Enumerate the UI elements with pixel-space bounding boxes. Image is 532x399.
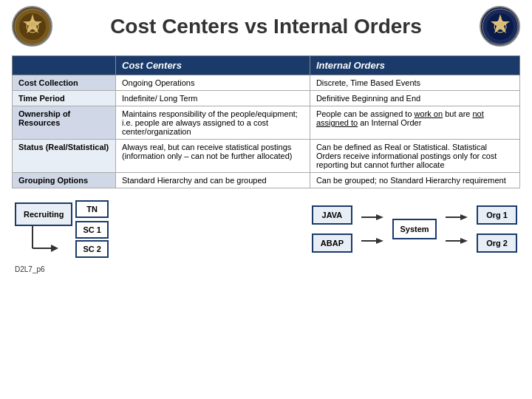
col1-header: Cost Centers	[116, 56, 310, 75]
row-col1-ownership: Maintains responsibility of the people/e…	[116, 106, 310, 140]
table-row: Cost Collection Ongoing Operations Discr…	[13, 75, 520, 91]
row-col2-status: Can be defined as Real or Statistical. S…	[310, 140, 519, 173]
svg-marker-12	[51, 245, 58, 252]
table-row: Status (Real/Statistical) Always real, b…	[13, 140, 520, 173]
arrow-system-org1	[446, 211, 468, 223]
table-row: Grouping Options Standard Hierarchy and …	[13, 173, 520, 188]
logo-right: USA	[480, 6, 520, 47]
svg-text:USA: USA	[496, 26, 504, 30]
diagram-section: Recruiting TN SC 1 SC 2 JAVA ABAP	[0, 194, 532, 264]
tn-box: TN	[75, 200, 108, 218]
comparison-table-container: Cost Centers Internal Orders Cost Collec…	[12, 55, 520, 188]
svg-marker-14	[376, 214, 383, 220]
svg-marker-16	[376, 238, 383, 244]
row-label-cost-collection: Cost Collection	[13, 75, 116, 91]
row-label-status: Status (Real/Statistical)	[13, 140, 116, 173]
page-header: SEAL Cost Centers vs Internal Orders USA	[0, 0, 532, 52]
header-logos: SEAL Cost Centers vs Internal Orders USA	[12, 6, 520, 47]
row-col2-cost-collection: Discrete, Time Based Events	[310, 75, 519, 91]
org1-box: Org 1	[477, 205, 517, 225]
col0-header	[13, 56, 116, 75]
sc2-box: SC 2	[75, 240, 108, 258]
system-box: System	[392, 219, 437, 239]
row-col1-status: Always real, but can receive statistical…	[116, 140, 310, 173]
java-box: JAVA	[312, 205, 352, 225]
right-diagram: JAVA ABAP System	[312, 205, 517, 253]
row-col2-ownership: People can be assigned to work on but ar…	[310, 106, 519, 140]
svg-marker-18	[460, 214, 468, 220]
abap-box: ABAP	[312, 233, 352, 253]
comparison-table: Cost Centers Internal Orders Cost Collec…	[12, 55, 520, 188]
arrow-java-system	[361, 211, 383, 223]
arrow-abap-system	[361, 235, 383, 247]
logo-left: SEAL	[12, 6, 52, 47]
row-label-grouping: Grouping Options	[13, 173, 116, 188]
row-label-time-period: Time Period	[13, 91, 116, 106]
left-diagram: Recruiting TN SC 1 SC 2	[15, 200, 109, 258]
svg-marker-20	[460, 238, 468, 244]
row-col1-time-period: Indefinite/ Long Term	[116, 91, 310, 106]
col2-ownership-text1: People can be assigned to	[316, 109, 415, 118]
sc-boxes: SC 1 SC 2	[75, 221, 108, 258]
recruiting-arrow	[25, 226, 62, 256]
svg-text:SEAL: SEAL	[27, 26, 37, 30]
row-col2-time-period: Definitive Beginning and End	[310, 91, 519, 106]
java-abap-col: JAVA ABAP	[312, 205, 352, 253]
col2-ownership-text3: an Internal Order	[358, 118, 421, 127]
col2-header: Internal Orders	[310, 56, 519, 75]
page-title: Cost Centers vs Internal Orders	[52, 15, 480, 38]
table-row: Time Period Indefinite/ Long Term Defini…	[13, 91, 520, 106]
row-label-ownership: Ownership of Resources	[13, 106, 116, 140]
recruiting-box: Recruiting	[15, 202, 72, 226]
table-row: Ownership of Resources Maintains respons…	[13, 106, 520, 140]
footer: D2L7_p6	[0, 265, 532, 273]
row-col1-grouping: Standard Hierarchy and can be grouped	[116, 173, 310, 188]
col2-ownership-underline1: work on	[415, 109, 443, 118]
org-col: Org 1 Org 2	[477, 205, 517, 253]
row-col1-cost-collection: Ongoing Operations	[116, 75, 310, 91]
sc1-box: SC 1	[75, 221, 108, 239]
org2-box: Org 2	[477, 233, 517, 253]
row-col2-grouping: Can be grouped; no Standard Hierarchy re…	[310, 173, 519, 188]
col2-ownership-text2: but are	[443, 109, 472, 118]
arrow-system-org2	[446, 235, 468, 247]
